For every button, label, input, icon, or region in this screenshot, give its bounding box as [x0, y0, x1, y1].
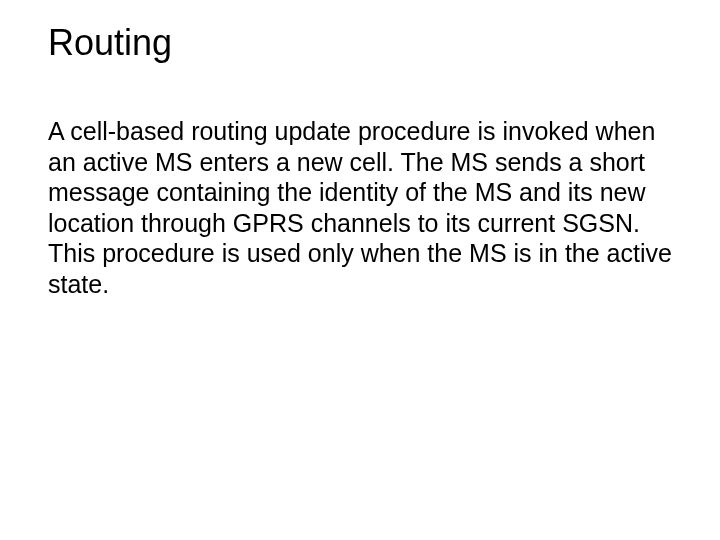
- slide-body: A cell-based routing update procedure is…: [48, 116, 672, 299]
- slide-title: Routing: [48, 22, 672, 64]
